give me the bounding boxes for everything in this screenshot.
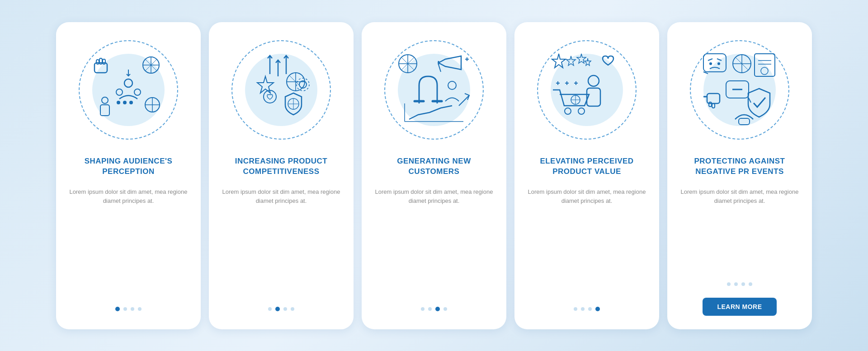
svg-line-68: [717, 59, 722, 61]
svg-rect-1: [96, 60, 99, 64]
dot: [734, 282, 738, 286]
dot: [443, 307, 447, 311]
card-4-illustration: [533, 36, 641, 144]
svg-point-78: [761, 67, 768, 75]
svg-rect-85: [739, 118, 750, 125]
pr-events-icon: [701, 51, 778, 128]
dot-active: [595, 307, 600, 311]
perception-icon: [90, 51, 167, 128]
svg-rect-80: [709, 102, 712, 107]
dot: [574, 307, 577, 311]
svg-rect-66: [703, 54, 726, 72]
svg-marker-49: [552, 54, 566, 68]
card-5-title: PROTECTING AGAINST NEGATIVE PR EVENTS: [678, 153, 801, 180]
card-2-body: Lorem ipsum dolor sit dim amet, mea regi…: [220, 187, 343, 298]
icon-content-3: [393, 49, 475, 131]
card-1-dots: [115, 307, 142, 311]
dot: [741, 282, 745, 286]
dot: [727, 282, 731, 286]
card-5-illustration: [685, 36, 794, 144]
card-generating-customers: GENERATING NEW CUSTOMERS Lorem ipsum dol…: [362, 22, 506, 329]
svg-point-17: [117, 101, 120, 104]
svg-point-18: [123, 101, 127, 104]
card-4-body: Lorem ipsum dolor sit dim amet, mea regi…: [525, 187, 648, 298]
svg-rect-81: [712, 103, 715, 108]
icon-content-5: [699, 49, 780, 131]
svg-point-70: [717, 62, 720, 65]
dot: [123, 307, 127, 311]
svg-marker-50: [566, 56, 576, 66]
learn-more-button[interactable]: LEARN MORE: [703, 298, 776, 316]
dot-active: [435, 307, 440, 311]
dot: [131, 307, 134, 311]
svg-point-56: [578, 108, 585, 114]
svg-point-19: [129, 101, 133, 104]
card-2-dots: [268, 307, 294, 311]
svg-rect-79: [707, 94, 720, 103]
card-protecting-pr: PROTECTING AGAINST NEGATIVE PR EVENTS Lo…: [667, 22, 812, 329]
dot-active: [115, 307, 120, 311]
icon-content-4: [546, 49, 627, 131]
dot: [283, 307, 287, 311]
svg-point-53: [588, 75, 599, 86]
card-3-illustration: [380, 36, 488, 144]
svg-rect-13: [100, 105, 109, 116]
card-5-body: Lorem ipsum dolor sit dim amet, mea regi…: [678, 187, 801, 273]
icon-content-2: [241, 49, 322, 131]
dot: [581, 307, 585, 311]
card-3-body: Lorem ipsum dolor sit dim amet, mea regi…: [373, 187, 495, 298]
customers-icon: [396, 51, 472, 128]
svg-rect-3: [103, 59, 105, 64]
svg-point-69: [709, 62, 712, 65]
dot: [428, 307, 432, 311]
svg-marker-51: [577, 54, 586, 63]
svg-point-45: [448, 81, 456, 89]
svg-marker-52: [585, 58, 591, 66]
card-1-illustration: [74, 36, 183, 144]
svg-point-4: [124, 79, 132, 87]
dot: [749, 282, 752, 286]
value-icon: [548, 51, 625, 128]
dot: [291, 307, 294, 311]
svg-line-46: [459, 95, 469, 106]
card-shaping-perception: SHAPING AUDIENCE'S PERCEPTION Lorem ipsu…: [56, 22, 201, 329]
card-1-body: Lorem ipsum dolor sit dim amet, mea regi…: [67, 187, 190, 298]
dot: [588, 307, 592, 311]
competitiveness-icon: [243, 51, 320, 128]
svg-rect-75: [755, 54, 775, 76]
svg-point-6: [134, 89, 141, 95]
card-4-title: ELEVATING PERCEIVED PRODUCT VALUE: [525, 153, 648, 180]
card-1-title: SHAPING AUDIENCE'S PERCEPTION: [67, 153, 190, 180]
dot: [421, 307, 425, 311]
card-product-competitiveness: INCREASING PRODUCT COMPETITIVENESS Lorem…: [209, 22, 354, 329]
card-3-dots: [421, 307, 447, 311]
svg-line-67: [708, 59, 712, 61]
card-3-title: GENERATING NEW CUSTOMERS: [373, 153, 495, 180]
icon-content-1: [88, 49, 169, 131]
card-4-dots: [574, 307, 600, 311]
dot-active: [275, 307, 280, 311]
cards-container: SHAPING AUDIENCE'S PERCEPTION Lorem ipsu…: [38, 9, 830, 343]
dot: [268, 307, 272, 311]
card-5-dots: [727, 282, 752, 286]
card-perceived-value: ELEVATING PERCEIVED PRODUCT VALUE Lorem …: [514, 22, 659, 329]
svg-rect-54: [587, 88, 600, 106]
card-2-illustration: [227, 36, 335, 144]
svg-point-5: [116, 89, 123, 95]
svg-point-55: [565, 108, 571, 114]
card-2-title: INCREASING PRODUCT COMPETITIVENESS: [220, 153, 343, 180]
svg-point-12: [102, 97, 108, 103]
dot: [138, 307, 142, 311]
